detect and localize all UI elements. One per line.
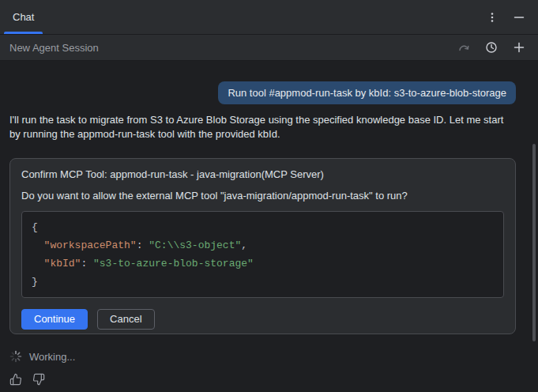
tab-chat[interactable]: Chat xyxy=(0,0,47,34)
code-line: } xyxy=(32,273,494,291)
scrollbar-thumb[interactable] xyxy=(532,144,536,341)
json-string-value: "s3-to-azure-blob-storage" xyxy=(93,258,254,270)
json-comma: , xyxy=(241,239,247,251)
feedback-row xyxy=(9,373,516,386)
mcp-confirm-card: Confirm MCP Tool: appmod-run-task - java… xyxy=(9,158,516,334)
chat-content: Run tool #appmod-run-task by kbId: s3-to… xyxy=(0,61,538,392)
redo-arrow-icon[interactable] xyxy=(454,38,473,57)
code-line: { xyxy=(32,218,494,236)
titlebar: Chat xyxy=(0,0,538,35)
session-bar: New Agent Session xyxy=(0,35,538,61)
continue-button[interactable]: Continue xyxy=(21,309,88,330)
code-open-brace: { xyxy=(32,221,38,233)
code-close-brace: } xyxy=(32,276,38,288)
json-key: "kbId" xyxy=(44,258,81,270)
code-block: { "workspacePath": "C:\\s3-object", "kbI… xyxy=(21,211,504,298)
status-text: Working... xyxy=(29,351,75,363)
assistant-message: I'll run the task to migrate from S3 to … xyxy=(9,113,516,141)
session-title: New Agent Session xyxy=(9,42,99,54)
new-session-plus-icon[interactable] xyxy=(510,38,529,57)
user-message-bubble: Run tool #appmod-run-task by kbId: s3-to… xyxy=(218,81,516,104)
session-actions xyxy=(454,38,529,57)
tab-chat-label: Chat xyxy=(13,11,34,23)
json-colon: : xyxy=(137,239,149,251)
history-clock-icon[interactable] xyxy=(482,38,501,57)
active-tab-indicator xyxy=(4,32,43,34)
thumbs-down-icon[interactable] xyxy=(32,373,45,386)
minimize-icon[interactable] xyxy=(510,8,529,27)
json-key: "workspacePath" xyxy=(44,239,137,251)
spinner-icon xyxy=(9,350,22,363)
card-title: Confirm MCP Tool: appmod-run-task - java… xyxy=(10,159,515,180)
titlebar-actions xyxy=(483,0,538,34)
chat-tool-window: Chat New Agent Session xyxy=(0,0,538,392)
status-row: Working... xyxy=(9,350,516,363)
thumbs-up-icon[interactable] xyxy=(9,373,22,386)
card-question: Do you want to allow the external MCP to… xyxy=(10,180,515,202)
json-string-value: "C:\\s3-object" xyxy=(149,239,241,251)
code-line: "kbId": "s3-to-azure-blob-storage" xyxy=(32,254,494,273)
cancel-button[interactable]: Cancel xyxy=(97,309,154,330)
json-colon: : xyxy=(81,258,93,270)
more-options-icon[interactable] xyxy=(483,8,502,27)
code-line: "workspacePath": "C:\\s3-object", xyxy=(32,236,494,254)
card-buttons: Continue Cancel xyxy=(21,309,504,330)
